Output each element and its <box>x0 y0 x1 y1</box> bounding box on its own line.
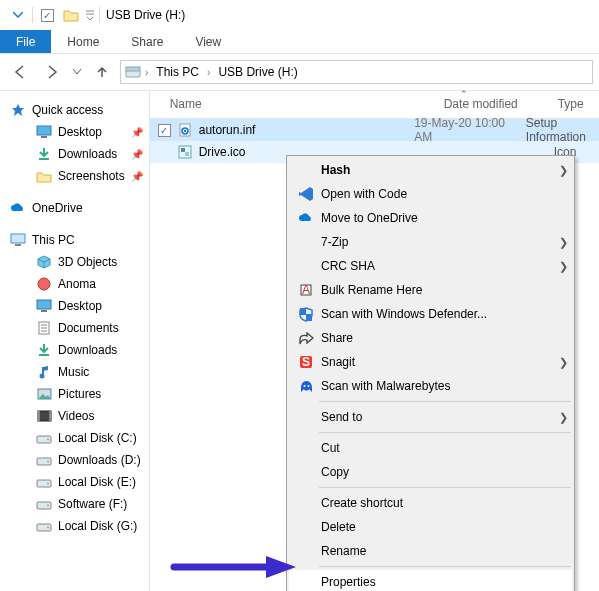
qat-folder[interactable] <box>59 4 83 26</box>
nav-back[interactable] <box>6 60 34 84</box>
menu-separator <box>319 432 571 433</box>
sidebar-item[interactable]: Desktop📌 <box>0 121 149 143</box>
sidebar-item-label: Videos <box>58 409 94 423</box>
menu-item[interactable]: 7-Zip❯ <box>289 230 572 254</box>
onedrive-icon <box>295 212 317 224</box>
file-row[interactable]: ✓autorun.inf19-May-20 10:00 AMSetup Info… <box>150 119 599 141</box>
column-name[interactable]: Name <box>150 91 436 118</box>
sidebar-onedrive[interactable]: OneDrive <box>0 197 149 219</box>
menu-item-label: Snagit <box>317 355 554 369</box>
svg-point-28 <box>47 504 49 506</box>
menu-item[interactable]: Copy <box>289 460 572 484</box>
pin-icon: 📌 <box>131 127 141 138</box>
menu-item[interactable]: Scan with Windows Defender... <box>289 302 572 326</box>
sidebar-item[interactable]: Pictures <box>0 383 149 405</box>
sort-indicator: ⌃ <box>460 89 468 99</box>
menu-item[interactable]: Move to OneDrive <box>289 206 572 230</box>
sidebar-item[interactable]: Desktop <box>0 295 149 317</box>
dropdown-icon[interactable] <box>6 4 30 26</box>
menu-item[interactable]: Send to❯ <box>289 405 572 429</box>
music-icon <box>36 364 52 380</box>
svg-point-26 <box>47 482 49 484</box>
menu-item[interactable]: Scan with Malwarebytes <box>289 374 572 398</box>
sidebar-quick-access[interactable]: Quick access <box>0 99 149 121</box>
sidebar-item-label: Music <box>58 365 89 379</box>
column-date[interactable]: Date modified <box>436 91 550 118</box>
svg-point-43 <box>307 385 309 387</box>
sidebar-item[interactable]: Videos <box>0 405 149 427</box>
annotation-arrow <box>170 554 300 580</box>
sidebar-item[interactable]: Software (F:) <box>0 493 149 515</box>
svg-rect-14 <box>39 354 49 356</box>
svg-point-30 <box>47 526 49 528</box>
sidebar-item-label: This PC <box>32 233 75 247</box>
nav-forward[interactable] <box>38 60 66 84</box>
menu-item[interactable]: Properties <box>289 570 572 591</box>
svg-rect-19 <box>38 411 40 421</box>
menu-item[interactable]: ABulk Rename Here <box>289 278 572 302</box>
nav-recent[interactable] <box>70 60 84 84</box>
menu-item-label: Bulk Rename Here <box>317 283 554 297</box>
sidebar-item[interactable]: Local Disk (G:) <box>0 515 149 537</box>
menu-item-label: Copy <box>317 465 554 479</box>
ribbon-home[interactable]: Home <box>51 30 115 53</box>
breadcrumb-current[interactable]: USB Drive (H:) <box>214 63 301 81</box>
menu-item-label: Hash <box>317 163 554 177</box>
sidebar-item[interactable]: Local Disk (C:) <box>0 427 149 449</box>
menu-item[interactable]: Cut <box>289 436 572 460</box>
sidebar-item[interactable]: 3D Objects <box>0 251 149 273</box>
sidebar-item[interactable]: Downloads (D:) <box>0 449 149 471</box>
sidebar-item[interactable]: Downloads <box>0 339 149 361</box>
desktop-icon <box>36 298 52 314</box>
menu-item[interactable]: SSnagit❯ <box>289 350 572 374</box>
menu-item[interactable]: Hash❯ <box>289 158 572 182</box>
sidebar-item-label: Local Disk (G:) <box>58 519 137 533</box>
breadcrumb-root[interactable]: This PC <box>152 63 203 81</box>
sidebar-item[interactable]: Documents <box>0 317 149 339</box>
sidebar: Quick access Desktop📌Downloads📌Screensho… <box>0 91 150 591</box>
disk-icon <box>36 496 52 512</box>
monitor-icon <box>10 232 26 248</box>
ribbon: File Home Share View <box>0 30 599 54</box>
sidebar-item-label: Anoma <box>58 277 96 291</box>
menu-item[interactable]: Open with Code <box>289 182 572 206</box>
sidebar-item-label: Desktop <box>58 125 102 139</box>
menu-item-label: Send to <box>317 410 554 424</box>
qat-overflow[interactable] <box>83 4 97 26</box>
nav-up[interactable] <box>88 60 116 84</box>
qat-checkbox[interactable]: ✓ <box>35 4 59 26</box>
chevron-right-icon[interactable]: › <box>205 67 212 78</box>
menu-item-label: Scan with Windows Defender... <box>317 307 554 321</box>
drive-icon <box>125 64 141 80</box>
menu-item-label: Rename <box>317 544 554 558</box>
sidebar-item[interactable]: Anoma <box>0 273 149 295</box>
window-title: USB Drive (H:) <box>106 8 185 22</box>
file-date: 19-May-20 10:00 AM <box>414 116 520 144</box>
ribbon-file[interactable]: File <box>0 30 51 53</box>
sidebar-item[interactable]: Screenshots📌 <box>0 165 149 187</box>
sidebar-item-label: Quick access <box>32 103 103 117</box>
desktop-icon <box>36 124 52 140</box>
ribbon-view[interactable]: View <box>179 30 237 53</box>
menu-separator <box>319 566 571 567</box>
sidebar-item[interactable]: Music <box>0 361 149 383</box>
column-type[interactable]: Type <box>550 91 599 118</box>
address-bar[interactable]: › This PC › USB Drive (H:) <box>120 60 593 84</box>
menu-item[interactable]: Create shortcut <box>289 491 572 515</box>
sidebar-item-label: Pictures <box>58 387 101 401</box>
sidebar-item-label: Documents <box>58 321 119 335</box>
menu-item[interactable]: Rename <box>289 539 572 563</box>
menu-item[interactable]: Delete <box>289 515 572 539</box>
menu-item[interactable]: Share <box>289 326 572 350</box>
sidebar-item-label: Local Disk (E:) <box>58 475 136 489</box>
sidebar-item[interactable]: Downloads📌 <box>0 143 149 165</box>
chevron-right-icon[interactable]: › <box>143 67 150 78</box>
sidebar-item[interactable]: Local Disk (E:) <box>0 471 149 493</box>
checkbox[interactable]: ✓ <box>158 124 171 137</box>
ribbon-share[interactable]: Share <box>115 30 179 53</box>
menu-separator <box>319 401 571 402</box>
pin-icon: 📌 <box>131 171 141 182</box>
sidebar-item-label: Screenshots <box>58 169 125 183</box>
menu-item[interactable]: CRC SHA❯ <box>289 254 572 278</box>
sidebar-this-pc[interactable]: This PC <box>0 229 149 251</box>
